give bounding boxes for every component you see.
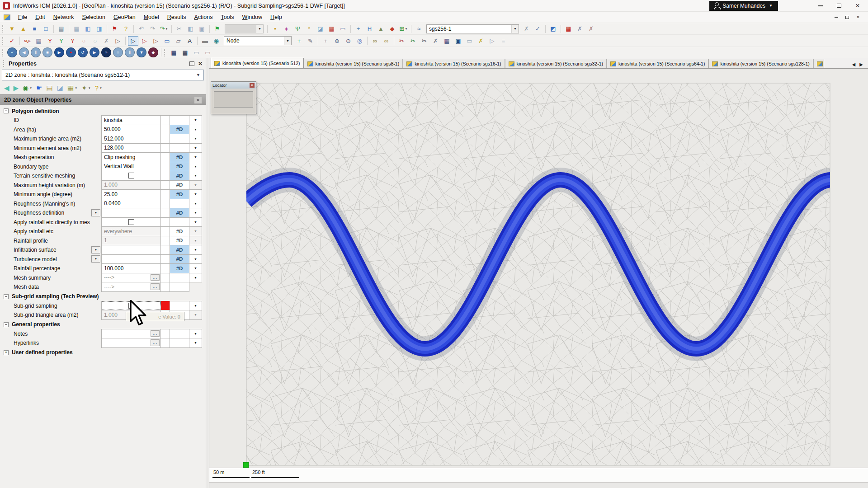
menu-actions[interactable]: Actions [190, 13, 217, 22]
menu-network[interactable]: Network [49, 13, 78, 22]
label-dropdown-button[interactable]: ▼ [91, 209, 100, 216]
cut-icon[interactable]: ✂ [174, 24, 184, 33]
flag-cell[interactable]: #D [170, 162, 189, 172]
minimize-button[interactable] [813, 1, 828, 11]
chevron-down-icon[interactable]: ▼ [256, 25, 263, 33]
commit-to-database-icon[interactable]: ▲ [18, 24, 28, 33]
toolbar-grip-icon[interactable] [2, 25, 5, 33]
checkbox[interactable] [128, 173, 134, 178]
property-value-field[interactable] [101, 217, 161, 227]
menu-model[interactable]: Model [140, 13, 163, 22]
select-label-icon[interactable]: A [184, 36, 195, 46]
close-replay-icon[interactable]: ◆ [148, 47, 158, 57]
dropdown-button[interactable]: ▼ [189, 152, 202, 162]
flag-cell[interactable]: #D [170, 208, 189, 218]
select-polygon-icon[interactable]: ▷ [139, 36, 150, 46]
grid-view-icon[interactable]: ▦▼ [66, 83, 79, 94]
frame-icon[interactable]: ○ [113, 47, 123, 57]
tab-partial[interactable] [813, 59, 824, 68]
ellipsis-button[interactable]: ... [151, 283, 160, 290]
chevron-down-icon[interactable]: ▼ [284, 37, 291, 45]
collapse-icon[interactable]: − [4, 294, 9, 299]
new-geoplan-icon[interactable]: ▭ [464, 36, 475, 46]
zoom-out-icon[interactable]: ⊖ [343, 36, 354, 46]
object-selector[interactable]: 2D zone : kinshita : kinoshita (Scenario… [2, 70, 204, 80]
tab-geoplan-3[interactable]: kinoshita (version 15) (Scenario sgs16-1… [403, 59, 505, 68]
flag-cell[interactable]: #D [170, 226, 189, 236]
restore-button[interactable] [831, 1, 847, 11]
bend-link-icon[interactable]: ✂ [419, 36, 429, 46]
save-icon[interactable]: ▦ [71, 24, 82, 33]
property-value-field[interactable]: ---->... [101, 273, 161, 283]
record-icon[interactable]: ● [66, 47, 76, 57]
dropdown-button[interactable]: ▼ [189, 171, 202, 181]
property-value-field[interactable]: 50.000 [101, 125, 161, 135]
expand-icon[interactable]: + [4, 350, 9, 355]
lights-off-icon[interactable]: ✗ [476, 36, 486, 46]
flag-cell[interactable] [170, 282, 189, 292]
property-value-field[interactable]: 100.000 [101, 263, 161, 273]
select-area-icon[interactable]: ▱ [173, 36, 184, 46]
collapse-icon[interactable]: − [4, 108, 9, 113]
paste-network-icon[interactable]: ◨ [94, 24, 104, 33]
float-window-icon[interactable] [189, 61, 194, 66]
dropdown-button[interactable]: ▼ [189, 338, 202, 348]
goto-flag-icon[interactable]: ⚑ [212, 24, 222, 33]
results-window-icon[interactable]: ▣ [453, 36, 463, 46]
tab-geoplan-1[interactable]: kinoshita (version 15) (Scenario 512) [211, 58, 304, 68]
dropdown-button[interactable]: ▼ [189, 208, 202, 218]
new-window-icon[interactable]: ▭ [338, 24, 348, 33]
toolbar-grip-icon[interactable] [164, 49, 166, 56]
drag-mode-icon[interactable]: + [353, 24, 363, 33]
scenario-tree-icon[interactable]: Ψ [292, 24, 303, 33]
grid-add-icon[interactable]: ⊞▼ [398, 24, 409, 33]
menu-help[interactable]: Help [266, 13, 286, 22]
flag-cell[interactable] [170, 115, 189, 125]
select-pointer-icon[interactable]: ▷ [128, 36, 138, 46]
trace-both-icon[interactable]: Y [67, 36, 78, 46]
dropdown-button[interactable]: ▼ [189, 189, 202, 199]
locate-on-geoplan-icon[interactable]: ◉▼ [21, 83, 34, 94]
property-value-field[interactable] [101, 245, 161, 255]
tab-scroll-prev-icon[interactable]: ◀ [852, 62, 856, 67]
themes-icon[interactable]: ◆ [387, 24, 397, 33]
timeline-icon[interactable]: ≡ [498, 36, 509, 46]
gear-icon[interactable]: * [304, 24, 314, 33]
mesh-map[interactable] [209, 69, 868, 468]
pause-icon[interactable]: ‖ [31, 47, 41, 57]
flag-cell[interactable] [170, 329, 189, 339]
mesh-theme-icon[interactable]: ▦ [563, 24, 574, 33]
deselect-icon[interactable]: ▷ [151, 36, 161, 46]
property-value-field[interactable]: 25.00 [101, 189, 161, 199]
menu-tools[interactable]: Tools [217, 13, 238, 22]
property-value-field[interactable]: 512.000 [101, 134, 161, 144]
flag-cell[interactable] [170, 301, 189, 311]
tab-scroll-next-icon[interactable]: ▶ [859, 62, 863, 67]
property-value-field[interactable]: 0.0400 [101, 199, 161, 209]
unlock-network-icon[interactable]: □ [41, 24, 51, 33]
dropdown-button[interactable]: ▼ [189, 329, 202, 339]
property-value-field[interactable]: ---->... [101, 282, 161, 292]
straighten-link-icon[interactable]: ✗ [430, 36, 441, 46]
mesh-vertex-select-icon[interactable]: ▦ [180, 48, 190, 57]
merge-link-icon[interactable]: ✂ [408, 36, 418, 46]
selected-vertex-marker[interactable] [243, 462, 249, 468]
label-icon[interactable]: H [364, 24, 375, 33]
checkbox[interactable] [128, 219, 134, 225]
menu-window[interactable]: Window [238, 13, 266, 22]
close-button[interactable]: ✕ [850, 1, 865, 11]
flag-cell[interactable] [170, 143, 189, 153]
menu-file[interactable]: File [14, 13, 31, 22]
chevron-down-icon[interactable]: ▼ [511, 25, 519, 33]
mdi-restore-button[interactable] [843, 14, 852, 21]
loop-icon[interactable]: ↺ [78, 47, 88, 57]
menu-edit[interactable]: Edit [31, 13, 49, 22]
help-icon[interactable]: ?▼ [93, 83, 104, 94]
ghost-elements-icon[interactable]: ○ [79, 36, 89, 46]
step-forward-icon[interactable]: ▶ [90, 47, 99, 57]
ellipsis-button[interactable]: ... [151, 339, 160, 346]
flag-cell[interactable]: #D [170, 189, 189, 199]
scenario-icon[interactable]: ♦ [281, 24, 292, 33]
user-account-button[interactable]: Samer Muhandes ▼ [709, 1, 778, 11]
dropdown-button[interactable]: ▼ [189, 301, 202, 311]
